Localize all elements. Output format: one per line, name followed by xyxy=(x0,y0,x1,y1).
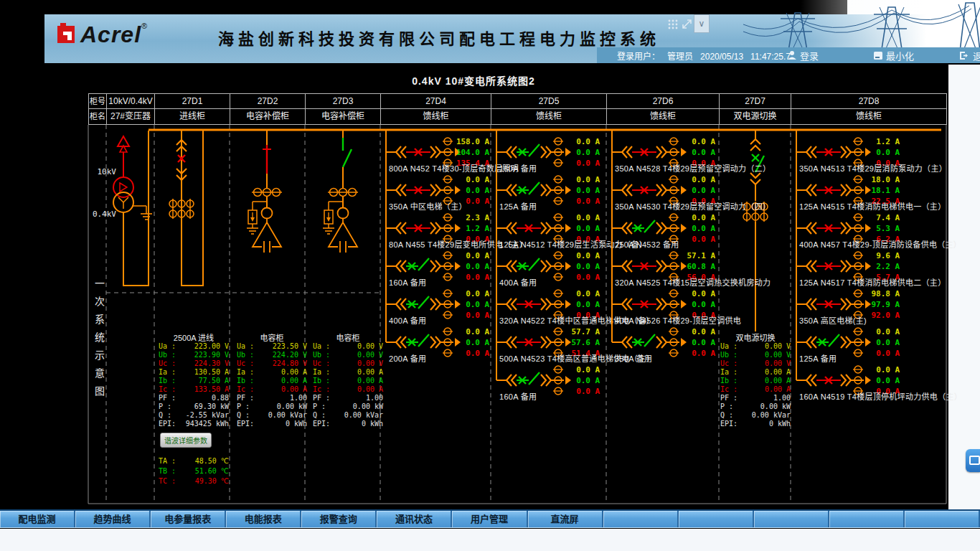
panel-measurement-row: PF :0.88 xyxy=(159,394,229,402)
feeder-label: 160A 备用 xyxy=(499,162,537,174)
feeder-ia-value: 0.0 xyxy=(576,364,590,375)
panel-measurement-row: EPI:943425 kWh xyxy=(159,420,229,428)
feeder-ia-value: 0.0 xyxy=(576,288,590,299)
nav-item-empty xyxy=(603,511,679,527)
panel-measurement-row: Q :-2.55 kVar xyxy=(159,411,229,420)
feeder-label: 350A 中区电梯（主） xyxy=(389,200,467,212)
feeder-ia-value: 158.0 xyxy=(456,136,480,147)
nav-item-3[interactable]: 电能报表 xyxy=(226,511,301,527)
panel-measurement-row: Ib :0.00 A xyxy=(237,377,307,385)
feeder-ib-value: 1.2 xyxy=(466,223,480,234)
feeder-ia-value: 0.0 xyxy=(576,212,590,223)
feeder-bus-line xyxy=(611,129,613,342)
feeder-ib-unit: A xyxy=(890,375,900,386)
feeder-current-values: 98.8A 97.9A 92.0A xyxy=(862,288,900,321)
feeder-ib-unit: A xyxy=(590,147,600,158)
harmonics-detail-button[interactable]: 谐波详细参数 xyxy=(160,433,212,448)
feeder-ib-unit: A xyxy=(706,337,715,348)
feeder-ib-unit: A xyxy=(890,337,900,348)
panel-measurement-row: Ia :0.00 A xyxy=(237,368,307,377)
feeder-current-values: 0.0A 0.0A 0.0A xyxy=(862,326,900,359)
panel-measurement-row: Uc :224.30 V xyxy=(159,359,229,368)
exit-button[interactable]: 退出 xyxy=(959,48,980,62)
panel-measurement-row: Ib :0.00 A xyxy=(720,377,791,385)
nav-item-1[interactable]: 趋势曲线 xyxy=(75,511,151,527)
feeder-ia-unit: A xyxy=(590,250,600,261)
feeder-ia-unit: A xyxy=(890,364,900,375)
header-band: Acrel ® 海盐创新科技投资有限公司配电工程电力监控系统 ∨ 登录用户：管理… xyxy=(44,14,980,63)
login-button[interactable]: 登录 xyxy=(787,48,819,62)
feeder-column-27D4: 158.0A 104.0A 135.4A800A N452 T4楼30-顶层奇数… xyxy=(380,65,491,509)
exit-icon xyxy=(959,51,970,60)
panel-measurement-row: PF :1.00 xyxy=(313,394,383,402)
panel-measurement-row: P :69.30 kW xyxy=(159,402,229,411)
panel-measurement-row: Uc :0.00 V xyxy=(720,359,791,368)
feeder-ib-unit: A xyxy=(590,223,600,234)
nav-item-2[interactable]: 电参量报表 xyxy=(151,511,226,527)
diagram-area: 0.4kV 10#变电所系统图2 柜号 10kV/0.4kV27D127D227… xyxy=(0,65,980,509)
nav-item-6[interactable]: 用户管理 xyxy=(452,511,527,527)
transformer-symbol[interactable]: 10kV 0.4kV xyxy=(93,131,152,286)
feeder-ib-value: 0.0 xyxy=(692,223,706,234)
feeder-label: 350A N4530 T4楼29层预留空调动力（四） xyxy=(615,200,771,212)
feeder-ia-unit: A xyxy=(590,174,600,185)
feeder-ic-value: 0.0 xyxy=(692,234,706,245)
nav-item-7[interactable]: 直流屏 xyxy=(528,511,603,527)
feeder-ia-value: 0.0 xyxy=(876,326,890,337)
drag-grid-icon[interactable] xyxy=(667,19,679,30)
panel-title: 2500A 进线 xyxy=(159,331,229,342)
nav-item-empty xyxy=(754,511,829,527)
ats-measurement-panel: 双电源切换Ua :0.00 VUb :0.00 VUc :0.00 VIa :0… xyxy=(720,331,791,428)
panel-measurement-row: Ic :0.00 A xyxy=(313,385,383,394)
panel-measurement-row: Ub :0.00 V xyxy=(313,351,383,359)
feeder-label: 350A 备用 xyxy=(615,352,652,364)
panel-measurement-row: EPI:0 kWh xyxy=(720,420,791,428)
feeder-label: 125A 备用 xyxy=(499,200,537,212)
feeder-label: 125A 备用 xyxy=(799,352,837,364)
feeder-current-values: 0.0A 0.0A 0.0A xyxy=(562,250,600,283)
feeder-ib-value: 0.0 xyxy=(576,299,590,310)
feeder-ib-value: 0.0 xyxy=(692,337,706,348)
feeder-label: 400A 备用 xyxy=(389,314,426,326)
panel-measurement-row: P :0.00 kW xyxy=(237,402,307,411)
feeder-ib-unit: A xyxy=(890,147,900,158)
feeder-label: 160A N4519 T4楼层顶停机坪动力供电（主） xyxy=(799,390,962,402)
feeder-ib-unit: A xyxy=(706,299,715,310)
feeder-ic-value: 92.0 xyxy=(872,310,891,321)
capacitor-bank-1-symbol[interactable] xyxy=(247,131,282,253)
feeder-ic-unit: A xyxy=(890,310,900,321)
nav-item-0[interactable]: 配电监测 xyxy=(0,511,75,527)
feeder-ib-value: 0.0 xyxy=(576,185,590,196)
capacitor-bank-2-symbol[interactable] xyxy=(323,131,358,253)
feeder-ic-unit: A xyxy=(480,310,489,321)
feeder-ia-value: 0.0 xyxy=(466,174,480,185)
floating-widget-icon[interactable] xyxy=(966,449,980,472)
panel-title: 双电源切换 xyxy=(720,331,791,342)
feeder-ia-value: 0.0 xyxy=(692,288,706,299)
feeder-ib-unit: A xyxy=(480,337,489,348)
feeder-ia-unit: A xyxy=(590,212,600,223)
panel-measurement-row: Uc :0.00 V xyxy=(313,359,383,368)
incoming-breaker-symbol[interactable] xyxy=(169,131,203,286)
panel-measurement-row: Ub :224.20 V xyxy=(237,351,307,359)
feeder-ic-unit: A xyxy=(706,234,715,245)
nav-item-5[interactable]: 通讯状态 xyxy=(377,511,452,527)
minimize-icon xyxy=(873,51,883,60)
feeder-ic-unit: A xyxy=(590,272,600,283)
resize-arrows-icon[interactable] xyxy=(682,19,692,29)
feeder-label: 350A N4513 T4楼29层消防泵动力（主） xyxy=(799,162,947,174)
feeder-ib-unit: A xyxy=(706,223,715,234)
feeder-ic-unit: A xyxy=(590,386,600,397)
ats-riser-symbol[interactable] xyxy=(743,131,768,331)
feeder-ia-value: 1.2 xyxy=(876,136,890,147)
collapse-chevron-icon[interactable]: ∨ xyxy=(694,14,710,33)
feeder-ia-value: 0.0 xyxy=(576,174,590,185)
feeder-ib-value: 0.0 xyxy=(692,185,706,196)
winding-temps: TA :48.50 ℃TB :51.60 ℃TC :49.30 ℃ xyxy=(159,456,229,486)
panel-measurement-row: Q :0.00 kVar xyxy=(720,411,791,420)
feeder-ib-value: 0.0 xyxy=(876,375,890,386)
nav-item-4[interactable]: 报警查询 xyxy=(301,511,377,527)
feeder-bus-line xyxy=(385,129,387,342)
panel-measurement-row: EPI:0 kWh xyxy=(237,420,307,428)
minimize-button[interactable]: 最小化 xyxy=(873,48,914,62)
